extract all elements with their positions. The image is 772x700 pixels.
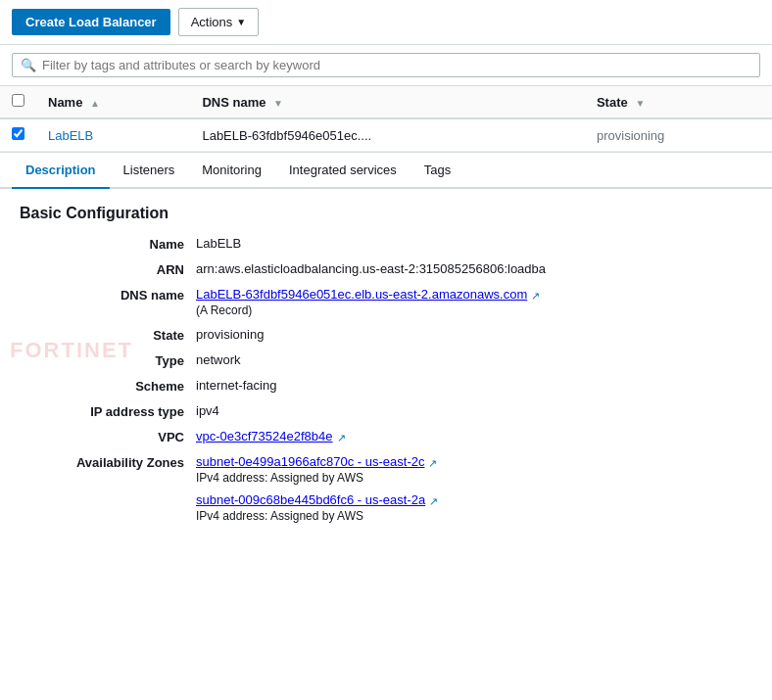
external-link-icon: ↗ [429, 495, 441, 507]
dns-column-header[interactable]: DNS name ▼ [190, 86, 585, 118]
config-label-state: State [20, 327, 196, 343]
select-all-header[interactable] [0, 86, 36, 118]
table-row[interactable]: LabELB LabELB-63fdbf5946e051ec.... provi… [0, 118, 772, 152]
row-name: LabELB [36, 118, 190, 152]
subnet-link[interactable]: subnet-009c68be445bd6fc6 - us-east-2a [196, 492, 425, 507]
external-link-icon: ↗ [337, 432, 349, 443]
config-value-name: LabELB [196, 236, 705, 252]
row-dns: LabELB-63fdbf5946e051ec.... [190, 118, 585, 152]
dns-subtext: (A Record) [196, 303, 705, 317]
search-icon: 🔍 [21, 58, 36, 72]
az-subtext: IPv4 address: Assigned by AWS [196, 509, 705, 523]
basic-config-title: Basic Configuration [20, 205, 752, 222]
name-column-header[interactable]: Name ▲ [36, 86, 190, 118]
state-sort-icon: ▼ [635, 98, 645, 109]
actions-caret-icon: ▼ [236, 17, 246, 27]
az-block: subnet-0e499a1966afc870c - us-east-2c↗IP… [196, 454, 705, 485]
config-grid: NameLabELBARNarn:aws.elasticloadbalancin… [20, 236, 705, 531]
config-label-name: Name [20, 236, 196, 252]
tab-integrated[interactable]: Integrated services [275, 153, 410, 189]
config-value-availability-zones[interactable]: subnet-0e499a1966afc870c - us-east-2c↗IP… [196, 454, 705, 531]
actions-button[interactable]: Actions ▼ [178, 8, 260, 36]
az-block: subnet-009c68be445bd6fc6 - us-east-2a↗IP… [196, 492, 705, 523]
tab-monitoring[interactable]: Monitoring [188, 153, 275, 189]
config-label-dns-name: DNS name [20, 287, 196, 303]
table-body: LabELB LabELB-63fdbf5946e051ec.... provi… [0, 118, 772, 152]
row-checkbox-cell[interactable] [0, 118, 36, 152]
config-label-arn: ARN [20, 261, 196, 277]
select-all-checkbox[interactable] [12, 94, 24, 107]
config-label-scheme: Scheme [20, 378, 196, 394]
config-label-vpc: VPC [20, 429, 196, 444]
config-value-arn: arn:aws.elasticloadbalancing.us-east-2:3… [196, 261, 705, 277]
tab-tags[interactable]: Tags [410, 153, 464, 189]
search-input-wrapper[interactable]: 🔍 [12, 53, 760, 77]
details-section: Basic Configuration NameLabELBARNarn:aws… [0, 189, 772, 546]
name-sort-icon: ▲ [90, 98, 100, 109]
config-value-dns-name[interactable]: LabELB-63fdbf5946e051ec.elb.us-east-2.am… [196, 287, 705, 317]
config-label-type: Type [20, 352, 196, 368]
dns-sort-icon: ▼ [273, 98, 283, 109]
config-value-type: network [196, 352, 705, 368]
search-bar: 🔍 [0, 45, 772, 86]
toolbar: Create Load Balancer Actions ▼ [0, 0, 772, 45]
search-input[interactable] [42, 58, 751, 72]
row-checkbox[interactable] [12, 127, 24, 140]
load-balancers-table: Name ▲ DNS name ▼ State ▼ LabELB LabELB-… [0, 86, 772, 152]
config-label-availability-zones: Availability Zones [20, 454, 196, 470]
tab-description[interactable]: Description [12, 153, 110, 189]
config-link-vpc[interactable]: vpc-0e3cf73524e2f8b4e [196, 429, 333, 443]
state-column-header[interactable]: State ▼ [585, 86, 772, 118]
external-link-icon: ↗ [531, 290, 543, 302]
row-state: provisioning [585, 118, 772, 152]
external-link-icon: ↗ [428, 457, 440, 469]
config-value-state: provisioning [196, 327, 705, 343]
config-value-ip-address-type: ipv4 [196, 403, 705, 419]
table-header: Name ▲ DNS name ▼ State ▼ [0, 86, 772, 118]
create-load-balancer-button[interactable]: Create Load Balancer [12, 9, 170, 35]
config-link-dns-name[interactable]: LabELB-63fdbf5946e051ec.elb.us-east-2.am… [196, 287, 527, 302]
az-subtext: IPv4 address: Assigned by AWS [196, 471, 705, 485]
config-label-ip-address-type: IP address type [20, 403, 196, 419]
table-container: Name ▲ DNS name ▼ State ▼ LabELB LabELB-… [0, 86, 772, 153]
actions-label: Actions [191, 15, 233, 29]
tabs-row: DescriptionListenersMonitoringIntegrated… [0, 153, 772, 189]
tab-listeners[interactable]: Listeners [110, 153, 189, 189]
config-value-vpc[interactable]: vpc-0e3cf73524e2f8b4e↗ [196, 429, 705, 444]
config-value-scheme: internet-facing [196, 378, 705, 394]
subnet-link[interactable]: subnet-0e499a1966afc870c - us-east-2c [196, 454, 424, 469]
